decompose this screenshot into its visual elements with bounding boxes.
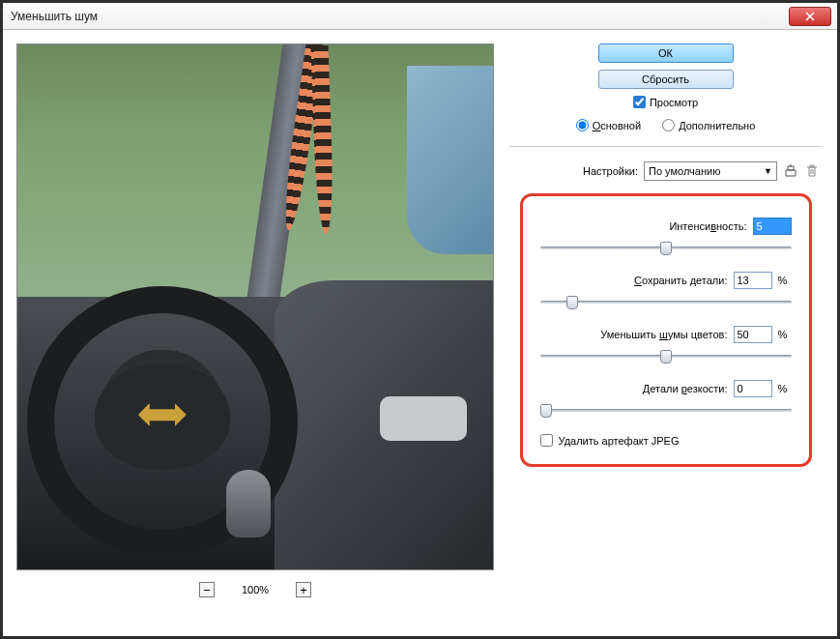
jpeg-artifact-checkbox[interactable] <box>540 434 553 447</box>
mode-advanced-radio[interactable] <box>662 119 675 131</box>
sharpen-input[interactable] <box>734 380 772 397</box>
jpeg-artifact-label: Удалить артефакт JPEG <box>559 435 680 447</box>
preview-column: − 100% + <box>16 44 494 623</box>
dialog-window: Уменьшить шум <box>0 0 840 639</box>
pct-symbol: % <box>778 383 792 394</box>
settings-row: Настройки: По умолчанию ▼ <box>509 161 822 181</box>
sharpen-slider[interactable] <box>540 403 792 417</box>
window-title: Уменьшить шум <box>11 10 98 23</box>
preset-value: По умолчанию <box>649 165 720 177</box>
mode-advanced[interactable]: Дополнительно <box>662 119 755 131</box>
steering-hub <box>95 363 230 469</box>
preset-combo[interactable]: По умолчанию ▼ <box>644 161 777 181</box>
strength-label: Интенсивность: <box>669 220 746 232</box>
preserve-slider[interactable] <box>540 295 792 308</box>
jpeg-artifact-toggle[interactable]: Удалить артефакт JPEG <box>540 434 792 447</box>
door-handle <box>380 396 467 441</box>
mode-radios: Основной Дополнительно <box>576 119 756 131</box>
preview-checkbox[interactable] <box>633 96 646 108</box>
zoom-controls: − 100% + <box>199 582 311 597</box>
preview-toggle[interactable]: Просмотр <box>633 96 698 108</box>
color-label: Уменьшить шумы цветов: <box>600 329 727 340</box>
settings-label: Настройки: <box>583 165 638 177</box>
delete-preset-icon[interactable] <box>804 163 820 179</box>
reset-button[interactable]: Сбросить <box>598 70 734 89</box>
ok-button[interactable]: ОК <box>598 44 734 63</box>
mode-basic[interactable]: Основной <box>576 119 641 131</box>
car-exterior <box>407 66 493 254</box>
strength-input[interactable] <box>753 218 792 235</box>
slider-thumb[interactable] <box>540 404 552 418</box>
brand-logo <box>148 409 177 421</box>
slider-thumb[interactable] <box>660 350 672 363</box>
close-button[interactable] <box>789 7 831 26</box>
zoom-level: 100% <box>242 584 269 595</box>
slider-track <box>540 409 792 412</box>
mode-advanced-label: Дополнительно <box>679 120 755 131</box>
color-slider[interactable] <box>540 349 792 363</box>
color-input[interactable] <box>734 326 772 343</box>
mode-basic-label: Основной <box>593 120 641 131</box>
sharpen-label: Детали резкости: <box>643 383 728 394</box>
controls-column: ОК Сбросить Просмотр Основной Дополнител… <box>509 44 822 623</box>
param-sharpen: Детали резкости: % <box>540 380 792 417</box>
pct-symbol: % <box>778 275 792 286</box>
param-preserve: Сохранить детали: % <box>540 272 792 308</box>
close-icon <box>805 12 815 21</box>
preview-label: Просмотр <box>650 97 698 108</box>
divider <box>509 146 822 147</box>
preview-image[interactable] <box>16 44 494 570</box>
param-strength: Интенсивность: <box>540 218 792 254</box>
pct-symbol: % <box>778 329 792 340</box>
titlebar: Уменьшить шум <box>3 3 837 30</box>
mode-basic-radio[interactable] <box>576 119 589 131</box>
save-preset-icon[interactable] <box>783 163 798 179</box>
door-panel <box>275 280 493 569</box>
param-color: Уменьшить шумы цветов: % <box>540 326 792 363</box>
chevron-down-icon: ▼ <box>764 166 772 176</box>
preserve-label: Сохранить детали: <box>634 275 728 286</box>
dialog-body: − 100% + ОК Сбросить Просмотр Основной Д… <box>3 30 837 636</box>
preserve-input[interactable] <box>734 272 772 289</box>
slider-thumb[interactable] <box>660 242 672 255</box>
slider-thumb[interactable] <box>566 296 578 309</box>
strength-slider[interactable] <box>540 241 792 254</box>
zoom-out-button[interactable]: − <box>199 582 215 597</box>
zoom-in-button[interactable]: + <box>296 582 311 597</box>
params-panel: Интенсивность: Сохранить детали: % <box>520 193 812 467</box>
gear-shifter <box>226 470 271 537</box>
